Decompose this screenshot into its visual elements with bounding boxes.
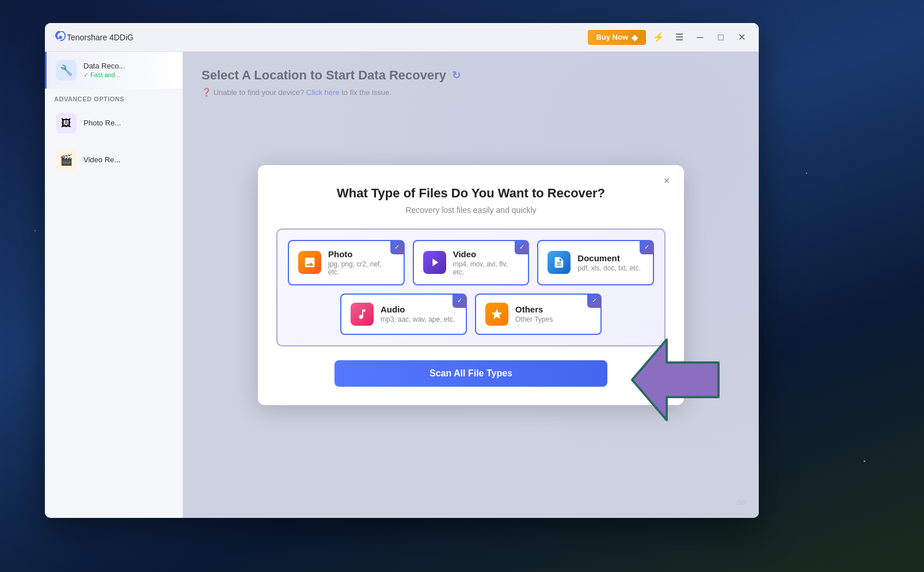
- main-content: Select A Location to Start Data Recovery…: [183, 52, 759, 518]
- modal-title: What Type of Files Do You Want to Recove…: [276, 186, 666, 201]
- photo-desc: jpg, png, cr2, nef, etc.: [328, 260, 394, 276]
- photo-info: Photo jpg, png, cr2, nef, etc.: [328, 249, 394, 276]
- file-type-document[interactable]: ✓ Document pdf, xls, doc, txt, etc.: [537, 240, 654, 285]
- photo-name: Photo: [328, 249, 394, 259]
- video-icon: [423, 251, 446, 274]
- sidebar-item-video-repair[interactable]: 🎬 Video Re...: [45, 142, 182, 178]
- others-desc: Other Types: [515, 315, 591, 323]
- svg-point-0: [59, 36, 62, 39]
- file-type-others[interactable]: ✓ Others Other Types: [475, 293, 602, 335]
- sidebar-item-photo-repair[interactable]: 🖼 Photo Re...: [45, 105, 182, 142]
- audio-check-badge: ✓: [453, 294, 466, 308]
- app-logo-icon: [54, 31, 67, 44]
- photo-check-badge: ✓: [390, 241, 404, 254]
- others-check-badge: ✓: [587, 294, 601, 308]
- video-repair-icon: 🎬: [56, 150, 77, 170]
- title-bar: Tenorshare 4DDiG Buy Now ◆ ⚡ ☰ ─ □ ✕: [45, 23, 759, 52]
- document-name: Document: [577, 253, 644, 263]
- file-types-container: ✓ Photo jpg, png, cr2, nef, etc.: [276, 228, 666, 346]
- audio-info: Audio mp3, aac, wav, ape, etc.: [381, 304, 457, 323]
- video-check-badge: ✓: [515, 241, 528, 254]
- file-types-bottom-row: ✓ Audio mp3, aac, wav, ape, etc.: [288, 293, 654, 335]
- menu-icon[interactable]: ☰: [671, 29, 687, 45]
- sidebar-item-text-data-recovery: Data Reco... ✓ Fast and...: [83, 62, 125, 79]
- modal-wrapper: × What Type of Files Do You Want to Reco…: [258, 165, 684, 405]
- document-icon: [547, 251, 571, 274]
- others-icon: [485, 303, 508, 326]
- maximize-button[interactable]: □: [713, 29, 729, 45]
- file-type-audio[interactable]: ✓ Audio mp3, aac, wav, ape, etc.: [340, 293, 467, 335]
- others-name: Others: [515, 304, 591, 314]
- data-recovery-icon: 🔧: [56, 60, 77, 81]
- document-check-badge: ✓: [640, 241, 653, 254]
- modal-close-button[interactable]: ×: [659, 173, 675, 189]
- buy-now-button[interactable]: Buy Now ◆: [588, 30, 646, 45]
- sidebar: 🔧 Data Reco... ✓ Fast and... Advanced Op…: [45, 52, 183, 518]
- file-type-photo[interactable]: ✓ Photo jpg, png, cr2, nef, etc.: [288, 240, 405, 285]
- app-body: 🔧 Data Reco... ✓ Fast and... Advanced Op…: [45, 52, 759, 518]
- arrow-svg: [615, 334, 730, 437]
- file-types-top-row: ✓ Photo jpg, png, cr2, nef, etc.: [288, 240, 654, 285]
- modal-subtitle: Recovery lost files easily and quickly: [276, 205, 666, 215]
- diamond-icon: ◆: [632, 33, 638, 42]
- sidebar-item-data-recovery[interactable]: 🔧 Data Reco... ✓ Fast and...: [45, 52, 182, 89]
- video-desc: mp4, mov, avi, flv, etc.: [453, 260, 519, 276]
- file-type-video[interactable]: ✓ Video mp4, mov, avi, flv, etc.: [413, 240, 530, 285]
- app-window: Tenorshare 4DDiG Buy Now ◆ ⚡ ☰ ─ □ ✕ 🔧 D…: [45, 23, 759, 518]
- advanced-options-label: Advanced Options: [45, 89, 182, 105]
- sidebar-item-subtitle: ✓ Fast and...: [83, 71, 125, 79]
- close-button[interactable]: ✕: [733, 29, 750, 45]
- others-info: Others Other Types: [515, 304, 591, 323]
- photo-icon: [298, 251, 321, 274]
- video-name: Video: [453, 249, 519, 259]
- document-info: Document pdf, xls, doc, txt, etc.: [577, 253, 644, 272]
- video-info: Video mp4, mov, avi, flv, etc.: [453, 249, 519, 276]
- audio-name: Audio: [381, 304, 457, 314]
- audio-icon: [351, 303, 374, 326]
- scan-all-file-types-button[interactable]: Scan All File Types: [334, 360, 607, 387]
- bolt-icon[interactable]: ⚡: [651, 29, 667, 45]
- arrow-annotation: [615, 334, 730, 440]
- buy-now-label: Buy Now: [596, 33, 628, 41]
- sidebar-item-video-repair-label: Video Re...: [83, 155, 120, 165]
- svg-marker-1: [632, 340, 718, 420]
- app-title: Tenorshare 4DDiG: [67, 33, 134, 42]
- audio-desc: mp3, aac, wav, ape, etc.: [381, 315, 457, 323]
- title-bar-controls: Buy Now ◆ ⚡ ☰ ─ □ ✕: [588, 29, 750, 45]
- sidebar-item-photo-repair-label: Photo Re...: [83, 119, 121, 128]
- minimize-button[interactable]: ─: [692, 29, 708, 45]
- modal-backdrop: × What Type of Files Do You Want to Reco…: [183, 52, 759, 518]
- sidebar-item-label: Data Reco...: [83, 62, 125, 71]
- photo-repair-icon: 🖼: [56, 113, 77, 134]
- document-desc: pdf, xls, doc, txt, etc.: [577, 264, 644, 272]
